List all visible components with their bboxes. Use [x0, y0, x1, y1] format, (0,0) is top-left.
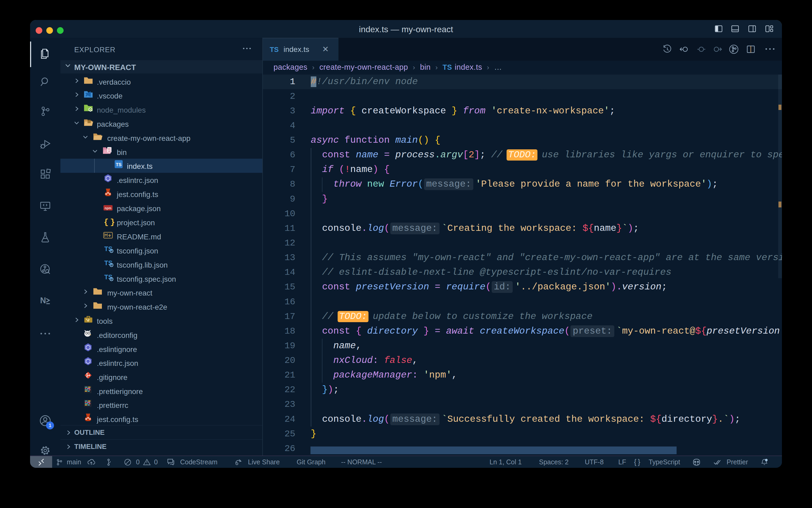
svg-text:npm: npm: [104, 206, 111, 210]
svg-text:TS: TS: [116, 162, 122, 167]
svg-text:N: N: [40, 296, 46, 305]
svg-text:10: 10: [108, 150, 111, 152]
svg-text:JS: JS: [89, 109, 92, 111]
